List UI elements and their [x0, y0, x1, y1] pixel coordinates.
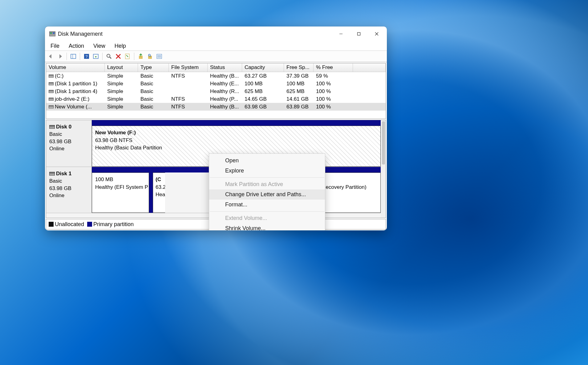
cell: 100 MB: [242, 81, 284, 87]
cell: Healthy (R...: [208, 88, 242, 95]
cell: New Volume (...: [46, 104, 105, 110]
cell: Healthy (B...: [208, 73, 242, 79]
help-button[interactable]: ?: [83, 52, 91, 60]
cell: 100 %: [314, 88, 353, 95]
close-button[interactable]: [368, 26, 386, 41]
delete-button[interactable]: [114, 52, 122, 60]
volume-list-header: Volume Layout Type File System Status Ca…: [46, 63, 386, 72]
drive-icon: [49, 82, 54, 85]
svg-marker-9: [95, 56, 97, 58]
export-button[interactable]: [137, 52, 145, 60]
menu-view[interactable]: View: [92, 42, 107, 50]
table-row[interactable]: (Disk 1 partition 4)SimpleBasicHealthy (…: [46, 87, 386, 95]
disk-header-bar: [92, 120, 381, 126]
cell: Simple: [105, 88, 138, 95]
cell: Healthy (E...: [208, 81, 242, 87]
cell: Basic: [138, 104, 169, 110]
partition[interactable]: 100 MBHealthy (EFI System P: [92, 172, 149, 213]
cell: Simple: [105, 104, 138, 110]
cell: Basic: [138, 96, 169, 102]
cm-mark-active: Mark Partition as Active: [209, 179, 325, 189]
partition-context-menu: Open Explore Mark Partition as Active Ch…: [209, 153, 325, 230]
titlebar[interactable]: Disk Management: [45, 26, 387, 41]
cell: Simple: [105, 96, 138, 102]
cm-extend-volume: Extend Volume...: [209, 213, 325, 223]
cell: Basic: [138, 88, 169, 95]
svg-text:?: ?: [85, 54, 87, 59]
refresh-button[interactable]: [105, 52, 113, 60]
disk-label[interactable]: Disk 1Basic63.98 GBOnline: [46, 167, 92, 213]
cell: 100 %: [314, 81, 353, 87]
actions-button[interactable]: [92, 52, 100, 60]
disk-icon: [49, 172, 55, 176]
drive-icon: [49, 105, 54, 108]
col-pctfree[interactable]: % Free: [314, 63, 353, 72]
cm-change-drive-letter[interactable]: Change Drive Letter and Paths...: [209, 189, 325, 200]
cell: 625 MB: [242, 88, 284, 95]
col-layout[interactable]: Layout: [105, 63, 138, 72]
cell: 14.65 GB: [242, 96, 284, 102]
cell: Healthy (P...: [208, 96, 242, 102]
svg-point-10: [107, 54, 110, 57]
disk-label[interactable]: Disk 0Basic63.98 GBOnline: [46, 120, 92, 167]
legend-unallocated: Unallocated: [55, 221, 84, 227]
cm-format[interactable]: Format...: [209, 200, 325, 210]
cell: 625 MB: [284, 88, 314, 95]
col-spacer[interactable]: [353, 63, 386, 72]
properties-button[interactable]: [124, 52, 132, 60]
menu-action[interactable]: Action: [67, 42, 85, 50]
cell: Simple: [105, 73, 138, 79]
cell: 63.89 GB: [284, 104, 314, 110]
cell: Healthy (B...: [208, 104, 242, 110]
cell: 59 %: [314, 73, 353, 79]
cell: Basic: [138, 81, 169, 87]
svg-line-11: [110, 57, 111, 59]
cell: 14.61 GB: [284, 96, 314, 102]
table-row[interactable]: New Volume (...SimpleBasicNTFSHealthy (B…: [46, 103, 386, 111]
table-row[interactable]: job-drive-2 (E:)SimpleBasicNTFSHealthy (…: [46, 95, 386, 103]
back-button[interactable]: [47, 52, 55, 60]
cell: 63.98 GB: [242, 104, 284, 110]
table-row[interactable]: (Disk 1 partition 1)SimpleBasicHealthy (…: [46, 80, 386, 87]
drive-icon: [49, 98, 54, 101]
col-capacity[interactable]: Capacity: [242, 63, 284, 72]
disk-icon: [49, 125, 55, 129]
cell: (Disk 1 partition 4): [46, 88, 105, 95]
col-filesystem[interactable]: File System: [169, 63, 208, 72]
menu-file[interactable]: File: [49, 42, 61, 50]
forward-button[interactable]: [56, 52, 64, 60]
cell: (Disk 1 partition 1): [46, 81, 105, 87]
volume-list-body: (C:)SimpleBasicNTFSHealthy (B...63.27 GB…: [46, 72, 386, 111]
partition-gap: [149, 172, 153, 213]
window-title: Disk Management: [58, 31, 103, 37]
drive-icon: [49, 75, 54, 78]
drive-icon: [49, 90, 54, 93]
maximize-button[interactable]: [350, 26, 368, 41]
col-status[interactable]: Status: [208, 63, 242, 72]
minimize-button[interactable]: [332, 26, 350, 41]
svg-rect-16: [148, 56, 152, 59]
search-button[interactable]: [146, 52, 154, 60]
cell: NTFS: [169, 96, 208, 102]
cell: Simple: [105, 81, 138, 87]
partition[interactable]: (C63.2Hea: [153, 172, 165, 213]
list-button[interactable]: [155, 52, 163, 60]
menubar: File Action View Help: [45, 41, 387, 51]
col-free[interactable]: Free Sp...: [284, 63, 314, 72]
cell: 37.39 GB: [284, 73, 314, 79]
menu-help[interactable]: Help: [113, 42, 127, 50]
cm-open[interactable]: Open: [209, 156, 325, 166]
col-type[interactable]: Type: [138, 63, 169, 72]
table-row[interactable]: (C:)SimpleBasicNTFSHealthy (B...63.27 GB…: [46, 72, 386, 80]
toolbar: ?: [45, 51, 387, 62]
col-volume[interactable]: Volume: [46, 63, 105, 72]
cm-explore[interactable]: Explore: [209, 166, 325, 176]
cell: (C:): [46, 73, 105, 79]
show-hide-tree-button[interactable]: [69, 52, 77, 60]
swatch-unallocated-icon: [49, 222, 54, 227]
cell: 100 %: [314, 104, 353, 110]
volume-list: Volume Layout Type File System Status Ca…: [46, 63, 386, 119]
svg-rect-4: [71, 54, 76, 59]
cm-shrink-volume[interactable]: Shrink Volume...: [209, 223, 325, 230]
scrollbar[interactable]: [381, 120, 386, 218]
